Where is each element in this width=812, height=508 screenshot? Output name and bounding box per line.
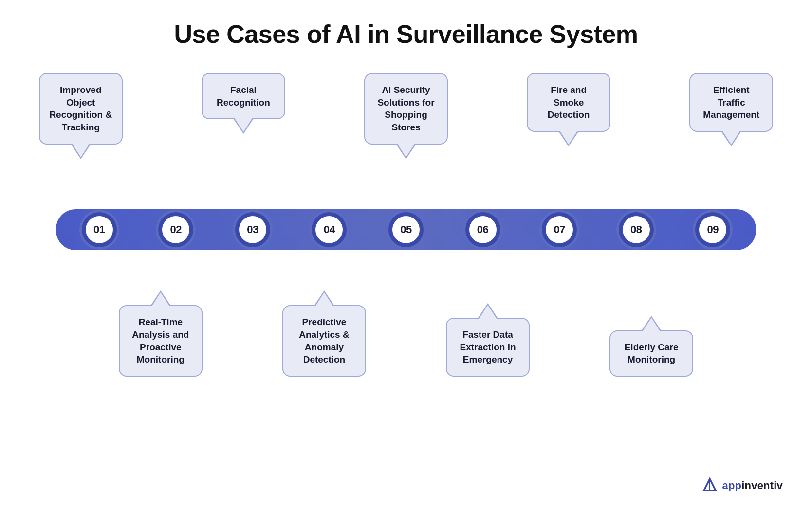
circle-inner-04: 04 <box>315 216 343 243</box>
top-bubbles-row: Improved Object Recognition & Tracking F… <box>29 73 783 209</box>
node-01: 01 <box>61 212 138 247</box>
node-08: 08 <box>598 212 675 247</box>
bubble-top-05: AI Security Solutions for Shopping Store… <box>364 73 448 145</box>
bubble-bottom-04: Predictive Analytics & Anomaly Detection <box>282 305 366 377</box>
circle-inner-03: 03 <box>239 216 266 243</box>
circle-inner-08: 08 <box>623 216 650 243</box>
node-09: 09 <box>675 212 752 247</box>
bubble-bottom-06: Faster Data Extraction in Emergency <box>446 318 530 377</box>
bubble-top-09: Efficient Traffic Management <box>689 73 773 132</box>
node-05: 05 <box>368 212 444 247</box>
bubble-bottom-08: Elderly Care Monitoring <box>609 330 693 377</box>
circle-inner-01: 01 <box>86 216 113 243</box>
node-02: 02 <box>138 212 215 247</box>
node-06: 06 <box>444 212 521 247</box>
logo-text: appinventiv <box>722 479 783 492</box>
circle-inner-07: 07 <box>546 216 573 243</box>
circle-outer-04: 04 <box>312 212 347 247</box>
circle-inner-09: 09 <box>699 216 726 243</box>
bottom-bubbles-row: Real-Time Analysis and Proactive Monitor… <box>29 250 783 377</box>
node-03: 03 <box>214 212 291 247</box>
node-07: 07 <box>521 212 598 247</box>
circle-outer-02: 02 <box>158 212 193 247</box>
bubble-top-07: Fire and Smoke Detection <box>527 73 610 132</box>
circle-outer-09: 09 <box>695 212 730 247</box>
page-title: Use Cases of AI in Surveillance System <box>174 19 638 49</box>
circle-outer-07: 07 <box>542 212 577 247</box>
bubble-top-03: Facial Recognition <box>202 73 285 119</box>
logo-area: appinventiv <box>701 477 783 494</box>
timeline-track: 01 02 03 <box>56 209 756 250</box>
bubble-bottom-02: Real-Time Analysis and Proactive Monitor… <box>119 305 203 377</box>
circle-outer-08: 08 <box>619 212 654 247</box>
bubble-top-01: Improved Object Recognition & Tracking <box>39 73 123 145</box>
circle-inner-05: 05 <box>392 216 420 243</box>
timeline-row: 01 02 03 <box>29 209 783 250</box>
circle-inner-02: 02 <box>162 216 189 243</box>
circle-outer-03: 03 <box>235 212 270 247</box>
page-wrapper: Use Cases of AI in Surveillance System I… <box>0 0 812 508</box>
circle-outer-01: 01 <box>82 212 117 247</box>
circle-outer-06: 06 <box>465 212 500 247</box>
node-04: 04 <box>291 212 368 247</box>
circle-outer-05: 05 <box>388 212 424 247</box>
appinventiv-logo-icon <box>701 477 719 494</box>
circle-inner-06: 06 <box>469 216 497 243</box>
timeline-section: Improved Object Recognition & Tracking F… <box>29 73 783 377</box>
